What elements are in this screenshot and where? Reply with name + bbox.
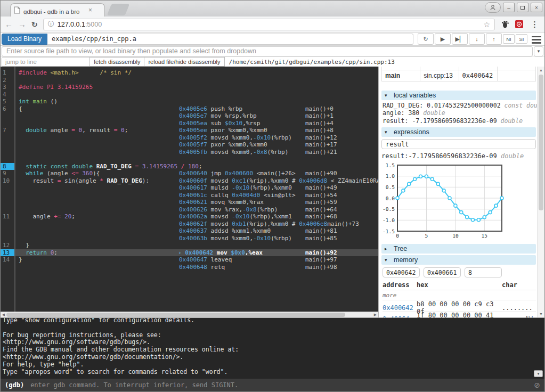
source-line: static const double RAD_TO_DEG = 3.14159… — [15, 163, 179, 170]
line-number-gutter[interactable]: 9 — [1, 170, 15, 177]
line-number-gutter[interactable]: 7 — [1, 127, 15, 134]
expression-input[interactable] — [381, 139, 536, 149]
right-panel-scrollbar[interactable]: ▲ ▼ — [537, 67, 544, 317]
line-number-gutter[interactable]: 8 — [1, 163, 15, 170]
line-number-gutter[interactable] — [1, 112, 15, 120]
restart-button[interactable]: ↻ — [418, 33, 434, 45]
line-number-gutter[interactable]: 5 — [1, 98, 15, 105]
memory-end-address-input[interactable] — [424, 267, 461, 277]
frame-row[interactable]: main sin.cpp:13 0x400642 — [382, 70, 536, 81]
reload-file-button[interactable]: reload file/hide disassembly — [144, 57, 224, 67]
jump-to-line-input[interactable] — [2, 57, 90, 67]
memory-start-address-input[interactable] — [383, 267, 420, 277]
continue-button[interactable]: ▶ — [435, 33, 451, 45]
console-scroll-down-button[interactable]: ▾ — [534, 370, 543, 377]
scroll-left-icon[interactable]: ◀ — [1, 312, 6, 317]
scrollbar-thumb[interactable] — [6, 313, 345, 317]
settings-menu-icon[interactable] — [532, 36, 541, 44]
line-number-gutter[interactable]: 3 — [1, 84, 15, 91]
window-close-button[interactable]: × — [531, 3, 542, 12]
code-row: 10 result = sin(angle * RAD_TO_DEG);0x40… — [1, 177, 378, 185]
binary-path-input[interactable] — [47, 34, 413, 45]
svg-text:0: 0 — [396, 233, 399, 239]
tree-header[interactable]: ▸ Tree — [381, 244, 536, 254]
source-dropdown-button[interactable]: ▾ — [534, 46, 543, 56]
memory-address-link[interactable]: 0x400642 — [383, 304, 417, 312]
instruction-offset: main()+4 — [305, 120, 333, 127]
fetch-disassembly-button[interactable]: fetch disassembly — [90, 57, 144, 67]
reload-button[interactable]: ↻ — [31, 21, 38, 28]
line-number-gutter[interactable] — [1, 206, 15, 214]
line-number-gutter[interactable]: 13 — [1, 249, 15, 257]
line-number-gutter[interactable] — [1, 156, 15, 163]
page-info-icon[interactable]: ⓘ — [48, 20, 54, 29]
new-tab-button[interactable] — [107, 4, 130, 15]
tab-close-icon[interactable]: × — [88, 6, 92, 14]
chrome-menu-icon[interactable]: ⋮ — [529, 20, 540, 29]
code-row: 0x400617 mulsd -0x10(%rbp),%xmm0main()+4… — [1, 184, 378, 192]
line-number-gutter[interactable]: 10 — [1, 177, 15, 185]
disassembly-cell: 0x4005e7 mov %rsp,%rbp — [179, 112, 305, 120]
line-number-gutter[interactable]: 14 — [1, 256, 15, 264]
disassembly-cell: 0x400637 addsd %xmm1,%xmm0 — [179, 227, 305, 235]
line-number-gutter[interactable]: 12 — [1, 242, 15, 249]
scroll-right-icon[interactable]: ▶ — [372, 312, 378, 317]
line-number-gutter[interactable] — [1, 184, 15, 192]
red-extension-icon[interactable] — [515, 20, 524, 29]
line-number-gutter[interactable]: 6 — [1, 105, 15, 113]
gdb-prompt-row[interactable]: (gdb) enter gdb command. To interrupt in… — [1, 379, 544, 391]
line-number-gutter[interactable] — [1, 149, 15, 156]
instruction-offset: main()+54 — [305, 192, 337, 199]
instruction-offset: main()+12 — [305, 134, 337, 142]
instruction-offset: main()+68 — [305, 213, 337, 220]
profile-avatar-button[interactable] — [485, 2, 501, 13]
disassembly-cell: 0x4005ee pxor %xmm0,%xmm0 — [179, 127, 305, 134]
forward-button[interactable]: → — [18, 20, 26, 28]
line-number-gutter[interactable] — [1, 141, 15, 149]
line-number-gutter[interactable]: 11 — [1, 213, 15, 220]
line-number-gutter[interactable]: 4 — [1, 91, 15, 99]
local-variables-list: RAD_TO_DEG: 0.017453292500000002 const d… — [381, 100, 536, 126]
gutter-divider — [14, 67, 15, 312]
maximize-button[interactable] — [517, 3, 528, 12]
scroll-up-icon[interactable]: ▲ — [538, 67, 544, 74]
load-binary-button[interactable]: Load Binary — [2, 34, 47, 45]
horizontal-scrollbar[interactable]: ◀ ▶ — [1, 312, 378, 317]
gdb-command-hint[interactable]: enter gdb command. To interrupt inferior… — [30, 381, 238, 389]
next-button[interactable]: ▶▏ — [452, 33, 468, 45]
memory-bytes-per-line-input[interactable] — [465, 267, 502, 277]
line-number-gutter[interactable] — [1, 199, 15, 206]
memory-more-link[interactable]: more — [383, 290, 536, 300]
line-number-gutter[interactable] — [1, 192, 15, 199]
source-file-input[interactable] — [2, 46, 533, 56]
local-variables-header[interactable]: ▾ local variables — [381, 91, 536, 100]
instruction-address: 0x400642 — [185, 249, 217, 256]
url-bar[interactable]: ⓘ 127.0.0.1 :5000 ☆ — [43, 19, 495, 30]
source-line — [15, 141, 179, 149]
line-number-gutter[interactable] — [1, 264, 15, 271]
frame-address-link[interactable]: 0x400642 — [459, 70, 497, 81]
line-number-gutter[interactable]: 2 — [1, 77, 15, 84]
line-number-gutter[interactable] — [1, 134, 15, 142]
line-number-gutter[interactable] — [1, 227, 15, 235]
step-button[interactable]: ↓ — [469, 33, 485, 45]
back-button[interactable]: ← — [5, 20, 13, 28]
console-line: For help, type "help". — [3, 361, 542, 369]
minimize-button[interactable]: – — [503, 3, 515, 12]
browser-tab[interactable]: gdbgui - gdb in a bro × — [10, 3, 105, 17]
scrollbar-thumb[interactable] — [539, 75, 543, 210]
step-instruction-button[interactable]: SI — [516, 34, 527, 44]
memory-header[interactable]: ▾ memory — [381, 255, 536, 265]
scroll-down-icon[interactable]: ▼ — [538, 311, 544, 317]
return-button[interactable]: ↑ — [486, 33, 502, 45]
page-favicon-icon — [14, 6, 20, 14]
line-number-gutter[interactable] — [1, 235, 15, 242]
bookmark-star-icon[interactable]: ☆ — [483, 20, 490, 29]
gnome-extension-icon[interactable] — [500, 20, 509, 29]
next-instruction-button[interactable]: NI — [503, 34, 515, 44]
instruction-address: 0x40063b — [179, 235, 211, 242]
line-number-gutter[interactable]: 1 — [1, 69, 15, 77]
line-number-gutter[interactable] — [1, 220, 15, 228]
line-number-gutter[interactable] — [1, 120, 15, 127]
expressions-header[interactable]: ▾ expressions — [381, 127, 536, 137]
